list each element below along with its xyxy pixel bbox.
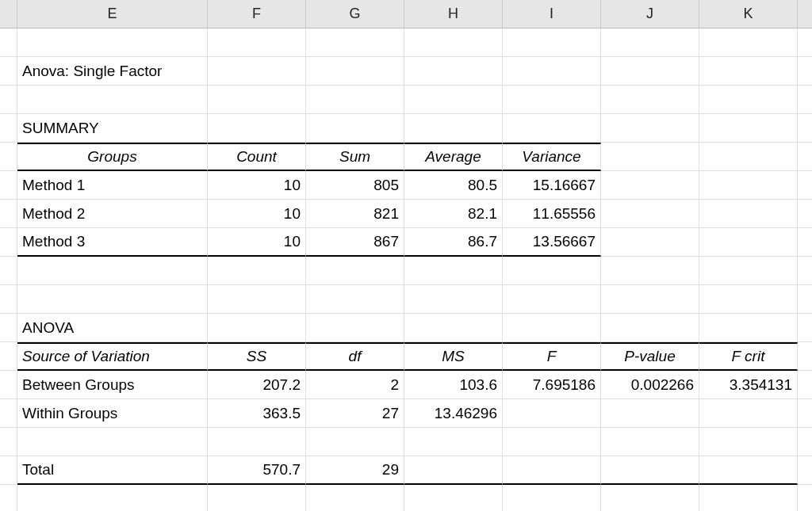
summary-col-average[interactable]: Average — [404, 143, 503, 171]
spreadsheet-grid[interactable]: E F G H I J K Anova: Single Factor SUMMA… — [0, 0, 812, 511]
col-head-h[interactable]: H — [404, 0, 503, 29]
cell[interactable] — [798, 314, 812, 342]
anova-within-label[interactable]: Within Groups — [17, 399, 208, 428]
anova-between-df[interactable]: 2 — [306, 371, 404, 399]
cell[interactable] — [699, 29, 798, 57]
anova-within-df[interactable]: 27 — [306, 399, 404, 428]
anova-total-ss[interactable]: 570.7 — [208, 456, 306, 485]
col-head-f[interactable]: F — [208, 0, 306, 29]
cell[interactable] — [798, 285, 812, 314]
cell[interactable] — [699, 285, 798, 314]
summary-row-sum[interactable]: 867 — [306, 228, 404, 257]
row-head[interactable] — [0, 86, 17, 114]
anova-col-ss[interactable]: SS — [208, 342, 306, 371]
cell[interactable] — [601, 485, 699, 511]
cell[interactable] — [208, 57, 306, 86]
cell[interactable] — [404, 285, 503, 314]
cell[interactable] — [306, 428, 404, 456]
summary-row-var[interactable]: 15.16667 — [503, 171, 601, 200]
cell[interactable] — [798, 29, 812, 57]
anova-col-fcrit[interactable]: F crit — [699, 342, 798, 371]
cell[interactable] — [404, 485, 503, 511]
summary-row-count[interactable]: 10 — [208, 171, 306, 200]
col-head-i[interactable]: I — [503, 0, 601, 29]
anova-between-f[interactable]: 7.695186 — [503, 371, 601, 399]
cell[interactable] — [503, 257, 601, 285]
cell[interactable] — [798, 171, 812, 200]
cell[interactable] — [601, 285, 699, 314]
cell[interactable] — [208, 285, 306, 314]
cell[interactable] — [503, 314, 601, 342]
anova-between-ss[interactable]: 207.2 — [208, 371, 306, 399]
cell[interactable] — [17, 285, 208, 314]
anova-between-p[interactable]: 0.002266 — [601, 371, 699, 399]
row-head[interactable] — [0, 228, 17, 257]
cell[interactable] — [306, 86, 404, 114]
anova-between-label[interactable]: Between Groups — [17, 371, 208, 399]
cell[interactable] — [601, 86, 699, 114]
summary-row-var[interactable]: 13.56667 — [503, 228, 601, 257]
cell[interactable] — [306, 485, 404, 511]
row-head[interactable] — [0, 57, 17, 86]
cell[interactable] — [17, 257, 208, 285]
cell[interactable] — [798, 399, 812, 428]
anova-heading[interactable]: ANOVA — [17, 314, 208, 342]
anova-col-df[interactable]: df — [306, 342, 404, 371]
cell[interactable] — [17, 428, 208, 456]
row-head[interactable] — [0, 314, 17, 342]
cell[interactable] — [503, 485, 601, 511]
cell[interactable] — [601, 428, 699, 456]
cell[interactable] — [798, 57, 812, 86]
cell[interactable] — [798, 114, 812, 143]
cell[interactable] — [798, 257, 812, 285]
anova-total-p[interactable] — [601, 456, 699, 485]
cell[interactable] — [208, 314, 306, 342]
cell[interactable] — [306, 114, 404, 143]
cell[interactable] — [798, 200, 812, 228]
cell[interactable] — [798, 143, 812, 171]
cell[interactable] — [798, 371, 812, 399]
row-head[interactable] — [0, 200, 17, 228]
summary-col-variance[interactable]: Variance — [503, 143, 601, 171]
row-head[interactable] — [0, 371, 17, 399]
cell[interactable] — [699, 114, 798, 143]
anova-between-fcrit[interactable]: 3.354131 — [699, 371, 798, 399]
cell[interactable] — [17, 86, 208, 114]
cell[interactable] — [17, 485, 208, 511]
summary-heading[interactable]: SUMMARY — [17, 114, 208, 143]
cell[interactable] — [503, 29, 601, 57]
cell[interactable] — [699, 257, 798, 285]
anova-total-ms[interactable] — [404, 456, 503, 485]
cell[interactable] — [306, 257, 404, 285]
cell[interactable] — [601, 200, 699, 228]
summary-row-avg[interactable]: 80.5 — [404, 171, 503, 200]
anova-between-ms[interactable]: 103.6 — [404, 371, 503, 399]
cell[interactable] — [404, 428, 503, 456]
summary-row-group[interactable]: Method 2 — [17, 200, 208, 228]
cell[interactable] — [404, 114, 503, 143]
cell[interactable] — [503, 114, 601, 143]
cell[interactable] — [208, 29, 306, 57]
anova-col-source[interactable]: Source of Variation — [17, 342, 208, 371]
cell[interactable] — [601, 314, 699, 342]
cell[interactable] — [404, 314, 503, 342]
cell[interactable] — [798, 456, 812, 485]
anova-within-fcrit[interactable] — [699, 399, 798, 428]
anova-col-pvalue[interactable]: P-value — [601, 342, 699, 371]
cell[interactable] — [798, 428, 812, 456]
summary-col-sum[interactable]: Sum — [306, 143, 404, 171]
row-head[interactable] — [0, 285, 17, 314]
row-head[interactable] — [0, 143, 17, 171]
cell[interactable] — [699, 86, 798, 114]
col-head-g[interactable]: G — [306, 0, 404, 29]
cell[interactable] — [699, 314, 798, 342]
cell[interactable] — [503, 86, 601, 114]
cell[interactable] — [699, 428, 798, 456]
cell[interactable] — [699, 228, 798, 257]
row-head[interactable] — [0, 428, 17, 456]
summary-col-groups[interactable]: Groups — [17, 143, 208, 171]
row-head[interactable] — [0, 114, 17, 143]
col-head-k[interactable]: K — [699, 0, 798, 29]
anova-within-ms[interactable]: 13.46296 — [404, 399, 503, 428]
row-head[interactable] — [0, 29, 17, 57]
